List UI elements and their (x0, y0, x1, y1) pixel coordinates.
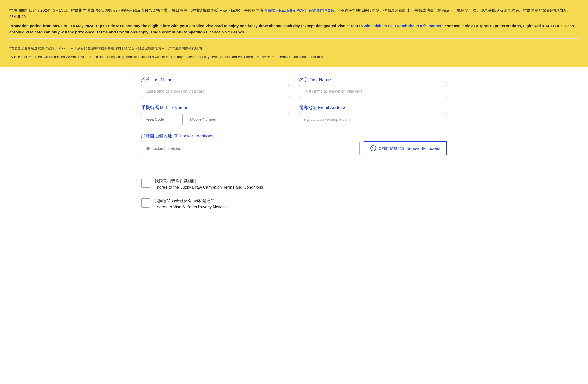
form-section: 姓氏 Last Name 名字 First Name 手機號碼 Mobile N… (126, 76, 462, 173)
last-name-group: 姓氏 Last Name (141, 76, 289, 97)
sf-locker-row-container: 順豐自助櫃地址 SF Locker Locations ? 查找自助櫃地址 Br… (141, 133, 447, 155)
email-input[interactable] (299, 113, 447, 125)
question-icon: ? (370, 145, 376, 151)
last-name-input[interactable] (141, 85, 289, 97)
checkbox1-zh: 我同意抽獎條件及細則 (155, 178, 263, 184)
checkbox-section: 我同意抽獎條件及細則 I agree to the Lucky Draw Cam… (126, 173, 462, 223)
sf-locker-label: 順豐自助櫃地址 SF Locker Locations (141, 133, 447, 139)
first-name-input[interactable] (299, 85, 447, 97)
first-name-label: 名字 First Name (299, 76, 447, 83)
mobile-label: 手機號碼 Mobile Number (141, 104, 289, 111)
checkbox2-en: I agree to Visa & Katch Privacy Notices (155, 204, 227, 210)
promo-en-link[interactable]: win 2 tickets to 《Katch the POP》 concert… (364, 24, 444, 28)
checkbox-privacy-label: 我同意Visa全球及Katch私隱通知 I agree to Visa & Ka… (155, 198, 227, 210)
checkbox-group-1: 我同意抽獎條件及細則 I agree to the Lucky Draw Cam… (141, 178, 447, 190)
promo-note-zh: *成功登記便會發送電郵作紀錄。 Visa、Katch及參與金融機構並不會在你的卡… (9, 46, 579, 51)
contact-row: 手機號碼 Mobile Number 電郵地址 Email Address (141, 104, 447, 125)
checkbox-privacy[interactable] (141, 198, 150, 208)
last-name-label: 姓氏 Last Name (141, 76, 289, 83)
browse-btn-label: 查找自助櫃地址 Browse SF Lockers (378, 146, 440, 151)
checkbox-lucky-draw-label: 我同意抽獎條件及細則 I agree to the Lucky Draw Cam… (155, 178, 263, 190)
promo-banner: 推廣期由即日起至2024年5月15日。推廣期內憑成功登記的Visa卡乘搭港鐵及支… (0, 0, 588, 67)
mobile-number-input[interactable] (186, 113, 289, 125)
email-group: 電郵地址 Email Address (299, 104, 447, 125)
sf-locker-input[interactable] (141, 141, 360, 155)
name-row: 姓氏 Last Name 名字 First Name (141, 76, 447, 97)
promo-note-en: *Successful enrolment will be notified v… (9, 54, 579, 60)
promo-zh-text1: 推廣期由即日起至2024年5月15日。推廣期內憑成功登記的Visa卡乘搭港鐵及支… (9, 8, 263, 12)
mobile-inputs (141, 113, 289, 125)
mobile-group: 手機號碼 Mobile Number (141, 104, 289, 125)
sf-locker-inputs: ? 查找自助櫃地址 Browse SF Lockers (141, 141, 447, 155)
checkbox-lucky-draw[interactable] (141, 179, 150, 188)
promo-zh-link[interactable]: 可贏取《Katch the POP》音樂會門票2張。 (263, 8, 338, 12)
checkbox-group-2: 我同意Visa全球及Katch私隱通知 I agree to Visa & Ka… (141, 198, 447, 210)
promo-en-bold1: Promotion period from now until 15 May 2… (9, 24, 363, 28)
area-code-input[interactable] (141, 113, 183, 125)
first-name-group: 名字 First Name (299, 76, 447, 97)
email-label: 電郵地址 Email Address (299, 104, 447, 111)
checkbox1-en: I agree to the Lucky Draw Campaign Terms… (155, 184, 263, 190)
sf-locker-group: 順豐自助櫃地址 SF Locker Locations ? 查找自助櫃地址 Br… (141, 133, 447, 155)
checkbox2-zh: 我同意Visa全球及Katch私隱通知 (155, 198, 227, 204)
browse-sf-lockers-button[interactable]: ? 查找自助櫃地址 Browse SF Lockers (364, 141, 447, 155)
